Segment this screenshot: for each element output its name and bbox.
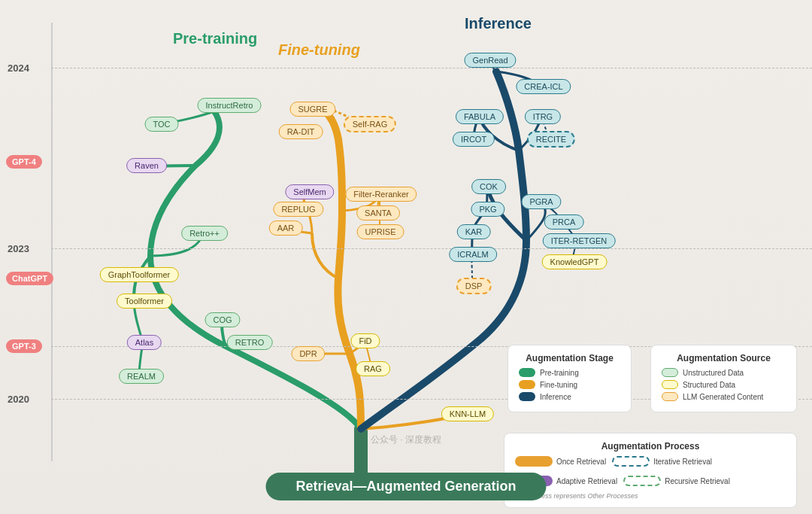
legend-source-box: Augmentation Source Unstructured Data St… bbox=[650, 345, 797, 412]
legend-source-unstructured: Unstructured Data bbox=[662, 368, 786, 377]
node-realm: REALM bbox=[119, 369, 164, 384]
node-knn-llm: KNN-LLM bbox=[441, 406, 494, 421]
year-2020: 2020 bbox=[8, 394, 29, 405]
node-cog: COG bbox=[205, 312, 240, 327]
legend-process-once: Once Retrieval bbox=[515, 456, 606, 467]
legend-source-title: Augmentation Source bbox=[662, 353, 786, 363]
legend-stage-title: Augmentation Stage bbox=[519, 353, 620, 363]
dashed-2024 bbox=[51, 68, 812, 68]
node-toolformer: Toolformer bbox=[117, 293, 172, 309]
node-crea-icl: CREA-ICL bbox=[516, 79, 571, 94]
node-filter-reranker: Filter-Reranker bbox=[345, 187, 417, 202]
legend-process-recursive: Recursive Retrieval bbox=[623, 476, 730, 486]
node-pkg: PKG bbox=[471, 202, 504, 217]
legend-source-structured: Structured Data bbox=[662, 380, 786, 389]
node-fabula: FABULA bbox=[456, 109, 504, 124]
legend-process-title: Augmentation Process bbox=[515, 441, 786, 452]
section-finetuning: Fine-tuning bbox=[278, 41, 360, 59]
stage-swatch-finetuning bbox=[519, 380, 535, 389]
dashed-2023 bbox=[51, 248, 812, 249]
node-aar: AAR bbox=[269, 221, 303, 236]
node-sugre: SUGRE bbox=[289, 102, 335, 117]
node-ircot: IRCOT bbox=[453, 132, 495, 147]
node-prca: PRCA bbox=[544, 214, 584, 230]
node-genread: GenRead bbox=[464, 53, 516, 68]
node-uprise: UPRISE bbox=[357, 224, 404, 239]
legend-process-box: Augmentation Process Once Retrieval Iter… bbox=[504, 433, 797, 508]
node-retro: RETRO bbox=[227, 335, 273, 350]
node-instructretro: InstructRetro bbox=[198, 98, 262, 113]
year-2023: 2023 bbox=[8, 243, 29, 254]
node-dpr: DPR bbox=[291, 346, 325, 361]
bottom-title: Retrieval—Augmented Generation bbox=[265, 473, 546, 500]
badge-chatgpt: ChatGPT bbox=[6, 272, 53, 285]
diagram-container: 2024 2023 2022 2020 GPT-4 ChatGPT GPT-3 … bbox=[0, 0, 812, 514]
watermark: 公众号 · 深度教程 bbox=[371, 433, 441, 446]
node-iter-retgen: ITER-RETGEN bbox=[543, 233, 616, 248]
legend-stage-pretraining: Pre-training bbox=[519, 368, 620, 377]
node-icralm: ICRALM bbox=[449, 247, 497, 262]
section-inference: Inference bbox=[465, 15, 532, 32]
legend-process-note: * Borderless represents Other Processes bbox=[515, 492, 786, 500]
node-itrg: ITRG bbox=[525, 109, 561, 124]
node-raven: Raven bbox=[126, 158, 167, 173]
legend-process-iterative: Iterative Retrieval bbox=[612, 456, 712, 467]
legend-stage-box: Augmentation Stage Pre-training Fine-tun… bbox=[508, 345, 632, 412]
legend-stage-inference: Inference bbox=[519, 392, 620, 401]
node-santa: SANTA bbox=[356, 205, 400, 221]
node-rag: RAG bbox=[356, 361, 390, 376]
node-selfmem: SelfMem bbox=[285, 184, 334, 199]
badge-gpt4: GPT-4 bbox=[6, 155, 42, 169]
section-pretraining: Pre-training bbox=[173, 30, 257, 47]
node-cok: COK bbox=[471, 179, 506, 194]
node-ra-dit: RA-DIT bbox=[279, 124, 323, 139]
timeline-line bbox=[51, 23, 53, 461]
legend-source-llm: LLM Generated Content bbox=[662, 392, 786, 401]
legend-stage-finetuning: Fine-tuning bbox=[519, 380, 620, 389]
node-retro-plus: Retro++ bbox=[181, 226, 228, 241]
node-dsp: DSP bbox=[456, 278, 492, 294]
node-atlas: Atlas bbox=[127, 335, 162, 350]
node-self-rag: Self-RAG bbox=[344, 116, 396, 132]
node-recite: RECITE bbox=[527, 131, 575, 148]
node-replug: REPLUG bbox=[273, 202, 323, 217]
source-swatch-unstructured bbox=[662, 368, 678, 377]
node-graphtoolformer: GraphToolformer bbox=[100, 267, 179, 282]
source-swatch-llm bbox=[662, 392, 678, 401]
source-swatch-structured bbox=[662, 380, 678, 389]
badge-gpt3: GPT-3 bbox=[6, 339, 42, 353]
node-kar: KAR bbox=[457, 224, 491, 239]
node-knowledgpt: KnowledGPT bbox=[542, 254, 607, 269]
node-fid: FiD bbox=[350, 333, 380, 348]
node-pgra: PGRA bbox=[521, 194, 561, 209]
stage-swatch-inference bbox=[519, 392, 535, 401]
stage-swatch-pretraining bbox=[519, 368, 535, 377]
node-toc: TOC bbox=[144, 117, 178, 132]
year-2024: 2024 bbox=[8, 62, 29, 74]
